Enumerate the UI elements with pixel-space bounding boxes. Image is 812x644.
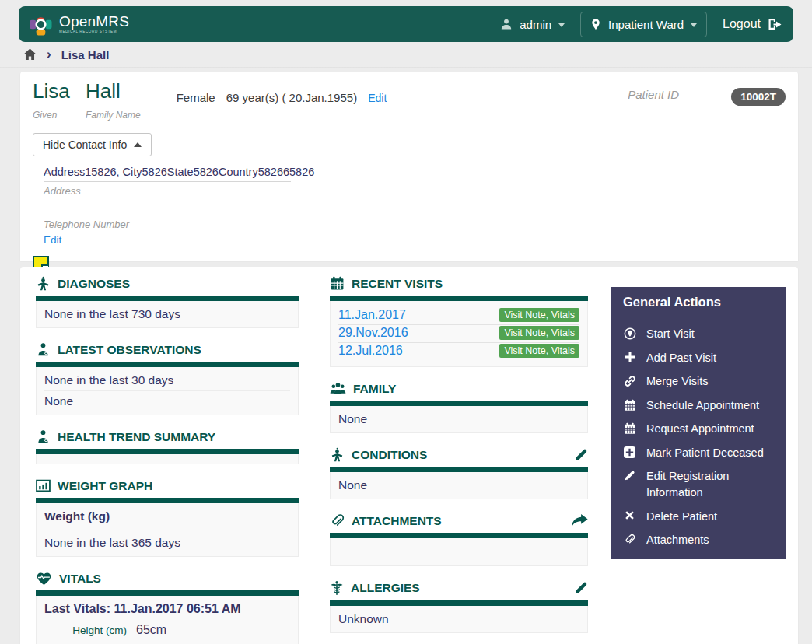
recent-visits-title: RECENT VISITS bbox=[352, 277, 443, 291]
breadcrumb-current: Lisa Hall bbox=[61, 48, 110, 61]
request-appointment-action[interactable]: Request Appointment bbox=[623, 421, 774, 437]
edit-registration-action[interactable]: Edit Registration Information bbox=[623, 468, 774, 501]
attachments-widget: ATTACHMENTS bbox=[330, 512, 588, 566]
allergies-status-text: Unknown bbox=[330, 606, 588, 633]
merge-visits-action[interactable]: Merge Visits bbox=[623, 373, 774, 390]
patient-given-name: Lisa bbox=[33, 79, 76, 107]
weight-graph-empty-text: None in the last 365 days bbox=[44, 536, 290, 550]
patient-family-name: Hall bbox=[86, 79, 141, 107]
mark-patient-deceased-action[interactable]: Mark Patient Deceased bbox=[623, 445, 774, 461]
home-icon[interactable] bbox=[23, 48, 37, 61]
hide-contact-info-button[interactable]: Hide Contact Info bbox=[33, 133, 152, 156]
visit-encounters-badge[interactable]: Visit Note, Vitals bbox=[499, 308, 579, 322]
add-past-visit-action[interactable]: Add Past Visit bbox=[623, 350, 774, 366]
allergies-widget: ALLERGIES Unknown bbox=[330, 579, 588, 633]
add-past-visit-icon bbox=[623, 350, 636, 362]
edit-registration-icon bbox=[623, 468, 636, 481]
weight-graph-title: WEIGHT GRAPH bbox=[58, 479, 152, 493]
last-vitals-heading: Last Vitals: 11.Jan.2017 06:51 AM bbox=[44, 602, 290, 616]
allergies-title: ALLERGIES bbox=[351, 581, 420, 595]
observations-row: None in the last 30 days bbox=[44, 373, 290, 387]
bar-chart-icon bbox=[36, 478, 51, 493]
action-label: Mark Patient Deceased bbox=[646, 445, 764, 461]
attachments-empty-body bbox=[330, 538, 588, 566]
patient-address-value: Address15826, City5826State5826Country58… bbox=[44, 166, 291, 182]
diagnoses-empty-text: None in the last 730 days bbox=[36, 301, 299, 328]
action-label: Delete Patient bbox=[646, 509, 717, 525]
visit-row: 11.Jan.2017 Visit Note, Vitals bbox=[338, 307, 579, 325]
visit-date-link[interactable]: 12.Jul.2016 bbox=[338, 344, 403, 358]
hide-contact-info-label: Hide Contact Info bbox=[43, 138, 127, 151]
chevron-down-icon bbox=[691, 23, 697, 27]
delete-patient-icon bbox=[623, 509, 636, 520]
telephone-label: Telephone Number bbox=[44, 219, 291, 230]
recent-visits-widget: RECENT VISITS 11.Jan.2017 Visit Note, Vi… bbox=[330, 275, 588, 367]
breadcrumb-divider bbox=[0, 67, 812, 68]
weight-series-label: Weight (kg) bbox=[44, 509, 290, 523]
location-label: Inpatient Ward bbox=[608, 18, 684, 31]
breadcrumb: › Lisa Hall bbox=[23, 45, 109, 64]
attachments-action[interactable]: Attachments bbox=[623, 532, 774, 548]
chevron-down-icon bbox=[558, 23, 565, 27]
request-appointment-icon bbox=[623, 421, 636, 435]
diagnoses-widget: DIAGNOSES None in the last 730 days bbox=[36, 275, 299, 328]
action-label: Edit Registration Information bbox=[646, 468, 774, 501]
calendar-icon bbox=[330, 276, 345, 291]
visit-date-link[interactable]: 29.Nov.2016 bbox=[338, 326, 408, 340]
observations-icon bbox=[36, 342, 51, 357]
vitals-title: VITALS bbox=[59, 572, 101, 586]
patient-id-label: Patient ID bbox=[628, 88, 719, 107]
weight-graph-widget: WEIGHT GRAPH Weight (kg) None in the las… bbox=[36, 477, 299, 557]
logout-button[interactable]: Logout bbox=[723, 17, 782, 31]
visit-encounters-badge[interactable]: Visit Note, Vitals bbox=[499, 344, 579, 358]
visit-date-link[interactable]: 11.Jan.2017 bbox=[338, 308, 406, 322]
location-pin-icon bbox=[590, 18, 601, 31]
family-empty-text: None bbox=[330, 406, 588, 433]
conditions-empty-text: None bbox=[330, 472, 588, 499]
visit-row: 29.Nov.2016 Visit Note, Vitals bbox=[338, 325, 579, 343]
caduceus-icon bbox=[330, 580, 344, 596]
family-name-label: Family Name bbox=[86, 110, 141, 121]
conditions-icon bbox=[330, 447, 345, 462]
edit-conditions-icon[interactable] bbox=[574, 448, 588, 462]
action-label: Attachments bbox=[646, 532, 709, 548]
family-widget: FAMILY None bbox=[330, 380, 588, 433]
start-visit-action[interactable]: Start Visit bbox=[623, 326, 774, 342]
conditions-title: CONDITIONS bbox=[352, 448, 427, 462]
address-label: Address bbox=[44, 185, 291, 197]
edit-demographics-link[interactable]: Edit bbox=[368, 92, 387, 104]
family-title: FAMILY bbox=[353, 382, 396, 396]
attachments-title: ATTACHMENTS bbox=[352, 514, 442, 528]
delete-patient-action[interactable]: Delete Patient bbox=[623, 509, 774, 525]
chevron-up-icon bbox=[134, 142, 142, 147]
visit-encounters-badge[interactable]: Visit Note, Vitals bbox=[499, 326, 579, 340]
contact-info: Address15826, City5826State5826Country58… bbox=[44, 166, 291, 246]
telephone-value-line bbox=[44, 197, 291, 215]
openmrs-logo-icon bbox=[30, 13, 52, 36]
conditions-widget: CONDITIONS None bbox=[330, 446, 588, 499]
family-icon bbox=[330, 381, 346, 396]
openmrs-logo[interactable]: OpenMRS MEDICAL RECORD SYSTEM bbox=[30, 13, 129, 36]
edit-contact-link[interactable]: Edit bbox=[44, 234, 291, 246]
action-label: Request Appointment bbox=[646, 421, 754, 437]
general-actions-panel: General Actions Start Visit Add Past Vis… bbox=[611, 287, 786, 559]
schedule-appointment-icon bbox=[623, 397, 636, 411]
health-trend-icon bbox=[36, 429, 51, 444]
logout-icon bbox=[768, 18, 782, 30]
go-to-attachments-icon[interactable] bbox=[571, 514, 588, 527]
merge-visits-icon bbox=[623, 373, 636, 387]
given-name-label: Given bbox=[33, 110, 76, 121]
user-icon bbox=[500, 18, 513, 30]
patient-id-badge: 10002T bbox=[731, 88, 786, 106]
schedule-appointment-action[interactable]: Schedule Appointment bbox=[623, 397, 774, 414]
location-selector[interactable]: Inpatient Ward bbox=[580, 12, 707, 37]
breadcrumb-separator: › bbox=[47, 47, 51, 61]
app-header: OpenMRS MEDICAL RECORD SYSTEM admin Inpa… bbox=[19, 6, 793, 42]
edit-allergies-icon[interactable] bbox=[574, 581, 588, 595]
action-label: Add Past Visit bbox=[646, 350, 716, 366]
user-menu[interactable]: admin bbox=[500, 18, 565, 31]
logout-label: Logout bbox=[723, 17, 761, 31]
health-trend-empty-body bbox=[36, 454, 299, 464]
start-visit-icon bbox=[623, 326, 636, 340]
action-label: Start Visit bbox=[646, 326, 695, 342]
